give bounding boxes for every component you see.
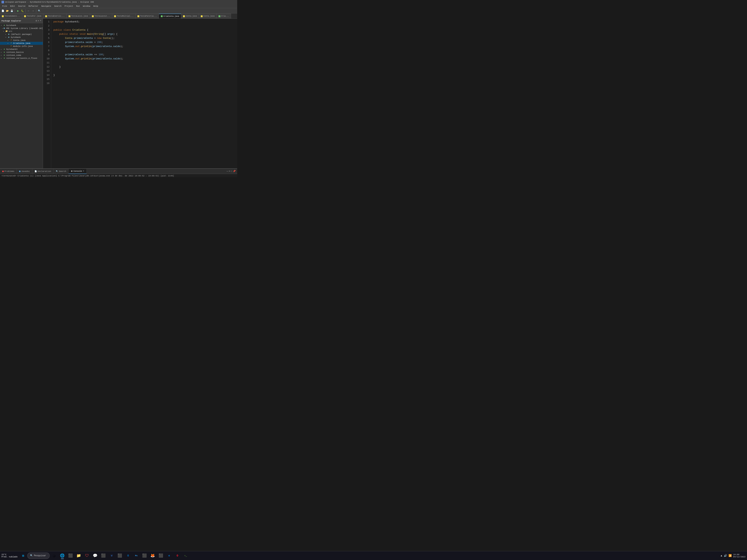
- title-text: eclipse-workspace - bytebank3/src/byteba…: [5, 1, 94, 3]
- console-close-icon[interactable]: ×: [83, 170, 84, 172]
- expand-arrow[interactable]: ▸: [1, 51, 3, 53]
- folder-icon: 📁: [5, 30, 8, 33]
- sidebar-title: Package Explorer: [1, 20, 21, 22]
- tab-testaexercic[interactable]: TestaExercic...: [43, 14, 67, 19]
- sidebar-menu-icon[interactable]: ▾: [38, 20, 39, 22]
- tree-moduleinfo-java[interactable]: J module-info.java: [0, 45, 43, 48]
- expand-arrow[interactable]: ▾: [5, 36, 7, 38]
- editor-content[interactable]: 1234 5678 9101112 13141516 package byteb…: [43, 19, 237, 168]
- menu-help[interactable]: Help: [92, 5, 100, 8]
- tab-cria[interactable]: Cria...: [216, 14, 231, 19]
- tree-label: bytebank: [11, 36, 21, 38]
- tab-conta2[interactable]: Conta.java: [199, 14, 216, 19]
- tab-icon-10: [201, 15, 203, 17]
- project-icon: ◆: [3, 57, 6, 59]
- expand-arrow[interactable]: ▾: [1, 24, 3, 27]
- tab-icon-6: [114, 15, 116, 17]
- tab-declaration[interactable]: 📄 Declaration: [32, 169, 54, 174]
- menu-run[interactable]: Run: [75, 5, 81, 8]
- toolbar: 📄 📂 💾 ▶ 🐛 ← → 🔍: [0, 8, 237, 14]
- expand-arrow[interactable]: ▸: [5, 33, 7, 35]
- toolbar-forward[interactable]: →: [31, 9, 35, 13]
- menu-file[interactable]: File: [1, 5, 8, 8]
- sidebar-header-icons: ⊟ ▾ ×: [36, 20, 41, 22]
- panel-close-icon[interactable]: ×: [229, 170, 230, 173]
- tree-sintaxe-variaveis[interactable]: ▸ ◆ sintaxe_variaveis_e_fluxo: [0, 57, 43, 60]
- tab-javadoc-label: Javadoc: [21, 170, 30, 172]
- tab-icon-5: [92, 15, 94, 17]
- menu-bar: File Edit Source Refactor Navigate Searc…: [0, 4, 237, 8]
- project-icon: ◆: [3, 54, 6, 57]
- java-icon: J: [10, 42, 12, 45]
- expand-arrow[interactable]: ▸: [1, 57, 3, 59]
- java-icon: J: [10, 45, 12, 48]
- tab-testalacos2[interactable]: TestaLacos2...: [90, 14, 112, 19]
- toolbar-save[interactable]: 💾: [10, 9, 14, 13]
- toolbar-new[interactable]: 📄: [1, 9, 5, 13]
- tab-icon-3: [45, 15, 47, 17]
- code-editor[interactable]: package bytebank3; public class CriaCont…: [51, 19, 237, 168]
- console-icon: 🖥: [71, 170, 73, 172]
- pkg-icon: ◉: [7, 36, 10, 38]
- tab-testafor[interactable]: TestaFor.java: [22, 14, 43, 19]
- tab-icon-8: [161, 15, 163, 17]
- package-explorer-tree: ▾ ◆ bytebank ▸ ▦ JRE System Library [Jav…: [0, 23, 43, 168]
- tab-criaconta[interactable]: CriaConta.java: [159, 14, 181, 19]
- bottom-panel-controls: — × □ 📌: [227, 170, 237, 173]
- tab-icon-2: [24, 15, 26, 17]
- toolbar-search[interactable]: 🔍: [37, 9, 41, 13]
- menu-refactor[interactable]: Refactor: [27, 5, 40, 8]
- tree-bytebank-project[interactable]: ▾ ◆ bytebank: [0, 24, 43, 27]
- tab-search[interactable]: 🔍 Search: [54, 169, 69, 174]
- tree-default-pkg[interactable]: ▸ ◉ (default package): [0, 33, 43, 36]
- menu-window[interactable]: Window: [81, 5, 92, 8]
- tree-criaconta-java[interactable]: ▸ J CriaConta.java: [0, 42, 43, 45]
- tree-sintaxe-soma[interactable]: ▸ ◆ sintaxe_soma: [0, 54, 43, 57]
- console-area: <terminated> CriaConta (1) [Java Applica…: [0, 174, 237, 177]
- sidebar-collapse-icon[interactable]: ⊟: [36, 20, 37, 22]
- panel-pin-icon[interactable]: 📌: [233, 170, 236, 173]
- tree-label: sintaxe_basica: [6, 51, 24, 53]
- tab-javadoc[interactable]: Javadoc: [17, 169, 32, 174]
- tab-testalacos[interactable]: TestaLacos.java: [67, 14, 90, 19]
- menu-search[interactable]: Search: [53, 5, 63, 8]
- code-line-1: package bytebank3;: [53, 20, 235, 24]
- menu-navigate[interactable]: Navigate: [40, 5, 53, 8]
- tab-conta1[interactable]: Conta.java: [181, 14, 199, 19]
- tab-testamultipl[interactable]: TestaMultipl...: [112, 14, 135, 19]
- toolbar-run[interactable]: ▶: [16, 9, 20, 13]
- expand-arrow[interactable]: ▾: [3, 30, 5, 32]
- toolbar-debug[interactable]: 🐛: [20, 9, 24, 13]
- code-line-4: public static void main(String[] args) {: [53, 32, 235, 36]
- expand-arrow[interactable]: ▸: [7, 42, 10, 45]
- expand-arrow[interactable]: ▸: [1, 48, 3, 50]
- code-line-14: }: [53, 73, 235, 77]
- tree-conta-java[interactable]: ▸ J Conta.java: [0, 39, 43, 42]
- tab-console-label: Console: [73, 170, 82, 172]
- menu-source[interactable]: Source: [17, 5, 27, 8]
- sidebar-close-icon[interactable]: ×: [40, 20, 41, 22]
- tab-problems[interactable]: Problems: [0, 169, 17, 174]
- tree-bytebank-pkg[interactable]: ▾ ◉ bytebank: [0, 36, 43, 39]
- toolbar-open[interactable]: 📂: [5, 9, 9, 13]
- expand-arrow[interactable]: ▸: [1, 54, 3, 56]
- expand-arrow[interactable]: ▸: [2, 27, 3, 29]
- menu-project[interactable]: Project: [63, 5, 75, 8]
- sidebar: Package Explorer ⊟ ▾ × ▾ ◆ bytebank ▸ ▦ …: [0, 19, 43, 168]
- panel-minimize-icon[interactable]: —: [227, 170, 228, 173]
- tree-label: src: [8, 30, 12, 32]
- sidebar-header: Package Explorer ⊟ ▾ ×: [0, 19, 43, 23]
- toolbar-back[interactable]: ←: [27, 9, 31, 13]
- tree-jre-lib[interactable]: ▸ ▦ JRE System Library [JavaSE-18]: [0, 27, 43, 30]
- tree-src[interactable]: ▾ 📁 src: [0, 30, 43, 33]
- panel-maximize-icon[interactable]: □: [231, 170, 232, 173]
- expand-arrow[interactable]: ▸: [7, 39, 10, 42]
- tree-label: (default package): [11, 33, 32, 35]
- tab-console[interactable]: 🖥 Console ×: [69, 169, 86, 174]
- tab-testasomato[interactable]: TestaSomato...: [0, 14, 22, 19]
- code-line-6: primeiraConta.saldo = 200;: [53, 40, 235, 45]
- menu-edit[interactable]: Edit: [8, 5, 17, 8]
- tree-sintaxe-basica[interactable]: ▸ ◆ sintaxe_basica: [0, 51, 43, 54]
- tree-bytebank3-project[interactable]: ▸ ◆ bytebank3: [0, 48, 43, 51]
- tab-testafatoria[interactable]: TestaFatoria...: [135, 14, 159, 19]
